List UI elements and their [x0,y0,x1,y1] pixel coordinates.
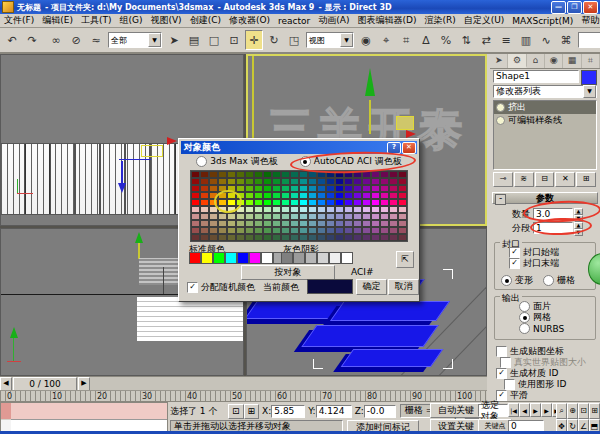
aci-color-cell[interactable] [371,227,380,234]
go-start-icon[interactable]: |◀ [508,403,519,417]
aci-color-cell[interactable] [290,178,299,185]
configure-stack-icon[interactable]: ⊞ [576,172,596,187]
aci-color-cell[interactable] [245,171,254,178]
aci-color-cell[interactable] [290,234,299,241]
aci-color-cell[interactable] [398,220,407,227]
menu-item-9[interactable]: 图表编辑器(D) [354,14,421,27]
aci-color-cell[interactable] [371,234,380,241]
standard-color-swatch[interactable] [261,252,273,264]
aci-color-cell[interactable] [389,227,398,234]
aci-color-cell[interactable] [380,185,389,192]
aci-color-cell[interactable] [389,199,398,206]
aci-color-cell[interactable] [209,220,218,227]
aci-color-cell[interactable] [254,171,263,178]
bind-spacewarp-icon[interactable]: ≈ [87,30,105,50]
aci-color-cell[interactable] [353,227,362,234]
aci-color-cell[interactable] [371,213,380,220]
aci-color-cell[interactable] [398,234,407,241]
aci-color-cell[interactable] [218,206,227,213]
aci-color-cell[interactable] [362,220,371,227]
tab-hierarchy[interactable]: ⌂ [527,54,545,68]
gray-shade-swatch[interactable] [329,252,341,264]
gizmo-z-arrow[interactable] [135,232,143,243]
aci-color-cell[interactable] [335,185,344,192]
aci-color-cell[interactable] [263,192,272,199]
use-pivot-center-icon[interactable]: ◉ [357,30,375,50]
aci-color-cell[interactable] [380,199,389,206]
checkbox-icon[interactable]: ✓ [509,258,520,269]
aci-color-cell[interactable] [209,185,218,192]
aci-color-cell[interactable] [272,199,281,206]
select-object-icon[interactable]: ➤ [165,30,183,50]
aci-color-cell[interactable] [335,213,344,220]
aci-color-cell[interactable] [380,213,389,220]
redo-icon[interactable]: ↷ [23,30,41,50]
aci-color-cell[interactable] [254,220,263,227]
aci-color-cell[interactable] [353,213,362,220]
visibility-bulb-icon[interactable] [496,103,505,112]
menu-item-8[interactable]: 动画(A) [314,14,353,27]
palette-radio-1[interactable]: AutoCAD ACI 调色板 [300,156,402,167]
aci-color-cell[interactable] [335,206,344,213]
zoom-icon[interactable]: ⌕ [556,403,567,419]
aci-color-cell[interactable] [272,220,281,227]
move-icon[interactable]: ✛ [245,30,263,50]
aci-color-cell[interactable] [281,213,290,220]
aci-color-cell[interactable] [236,185,245,192]
aci-color-cell[interactable] [335,199,344,206]
aci-color-cell[interactable] [245,220,254,227]
dropdown-arrow-icon[interactable]: ▼ [340,33,353,47]
aci-color-cell[interactable] [308,234,317,241]
checkbox-icon[interactable] [496,346,507,357]
radio-icon[interactable] [501,275,512,286]
aci-color-cell[interactable] [227,227,236,234]
aci-color-cell[interactable] [200,213,209,220]
aci-color-cell[interactable] [227,220,236,227]
aci-color-cell[interactable] [272,192,281,199]
cap-mode-radio[interactable]: 栅格 [543,275,575,286]
aci-color-cell[interactable] [272,185,281,192]
select-manipulate-icon[interactable]: ⌖ [377,30,395,50]
aci-color-cell[interactable] [353,192,362,199]
aci-color-cell[interactable] [317,213,326,220]
aci-color-cell[interactable] [353,234,362,241]
aci-color-cell[interactable] [218,213,227,220]
aci-color-cell[interactable] [263,199,272,206]
cap-mode-radio[interactable]: 变形 [501,275,533,286]
aci-color-cell[interactable] [290,171,299,178]
aci-color-cell[interactable] [362,227,371,234]
percent-snap-icon[interactable]: % [437,30,455,50]
aci-color-cell[interactable] [362,206,371,213]
zoom-all-icon[interactable]: ⊕ [567,403,578,419]
aci-color-cell[interactable] [245,185,254,192]
aci-color-cell[interactable] [209,213,218,220]
output-radio[interactable]: NURBS [519,323,564,334]
aci-color-cell[interactable] [227,192,236,199]
aci-color-cell[interactable] [326,213,335,220]
time-forward-button[interactable]: ▶ [78,377,90,391]
aci-color-cell[interactable] [398,192,407,199]
tab-motion[interactable]: ◉ [545,54,563,68]
aci-color-cell[interactable] [200,192,209,199]
aci-color-cell[interactable] [245,178,254,185]
aci-color-cell[interactable] [344,192,353,199]
aci-color-cell[interactable] [272,171,281,178]
output-radio[interactable]: 网格 [519,312,564,323]
aci-color-cell[interactable] [326,185,335,192]
aci-color-cell[interactable] [353,185,362,192]
aci-color-cell[interactable] [191,234,200,241]
aci-color-cell[interactable] [398,213,407,220]
selected-filter-dropdown[interactable]: 选定对象 [478,404,508,417]
gray-shade-swatch[interactable] [305,252,317,264]
aci-color-cell[interactable] [299,185,308,192]
dialog-title-bar[interactable]: 对象颜色 ? ✕ [181,141,417,154]
aci-color-cell[interactable] [191,192,200,199]
aci-color-cell[interactable] [254,185,263,192]
remove-modifier-icon[interactable]: ✕ [555,172,575,187]
tab-modify[interactable]: ⚙ [508,54,526,68]
aci-color-cell[interactable] [200,227,209,234]
aci-color-cell[interactable] [272,178,281,185]
aci-color-cell[interactable] [353,178,362,185]
make-unique-icon[interactable]: ⊟ [535,172,555,187]
menu-item-3[interactable]: 组(G) [115,14,146,27]
